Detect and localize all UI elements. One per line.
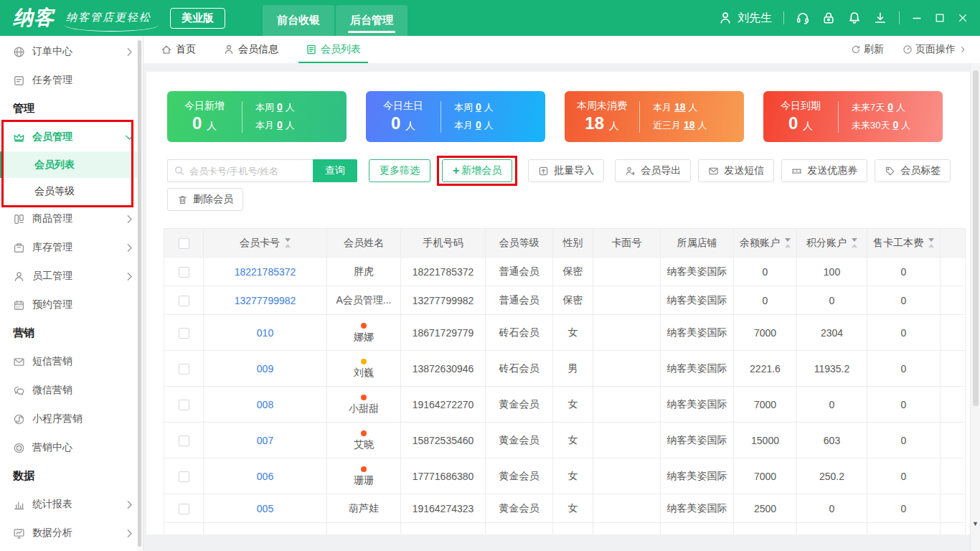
divider: [899, 11, 900, 24]
bell-icon[interactable]: [847, 11, 862, 25]
user-menu[interactable]: 刘先生: [718, 11, 772, 26]
sidebar-item-商品管理[interactable]: 商品管理: [0, 204, 143, 233]
stat-card-value: 0 人: [366, 113, 440, 133]
sidebar-item-微信营销[interactable]: 微信营销: [0, 376, 143, 405]
sort-control[interactable]: [785, 238, 791, 248]
sidebar-item-短信营销[interactable]: 短信营销: [0, 347, 143, 376]
batch-import-button[interactable]: 批量导入: [528, 159, 604, 182]
member-export-button[interactable]: 会员导出: [615, 159, 691, 182]
member-card-link[interactable]: 007: [257, 435, 273, 446]
search-input[interactable]: [189, 166, 307, 176]
table-cell: [593, 286, 661, 315]
close-icon[interactable]: [957, 12, 969, 24]
delete-member-button[interactable]: 删除会员: [167, 188, 243, 211]
member-card-link[interactable]: 010: [257, 327, 273, 339]
scroll-down-arrow[interactable]: ▼: [971, 521, 980, 527]
table-cell: 0: [867, 523, 941, 535]
sidebar-item-会员管理[interactable]: 会员管理: [0, 123, 143, 151]
chevron-down-icon: [123, 131, 136, 143]
send-coupon-button[interactable]: ¥ 发送优惠券: [781, 159, 867, 182]
headset-icon[interactable]: [796, 11, 810, 25]
row-checkbox[interactable]: [179, 471, 189, 482]
edition-badge: 美业版: [170, 8, 225, 29]
table-cell: 7000: [734, 458, 797, 494]
sidebar-menu: 订单中心任务管理管理会员管理会员列表会员等级商品管理库存管理员工管理预约管理营销…: [0, 36, 143, 547]
status-dot: [361, 323, 367, 329]
stat-card-subrow: 未来30天0人: [852, 119, 943, 132]
table-cell: 0: [867, 315, 941, 351]
select-all-checkbox[interactable]: [179, 238, 189, 249]
sidebar-item-label: 小程序营销: [32, 413, 83, 425]
sort-control[interactable]: [928, 238, 934, 248]
tab-home[interactable]: 首页: [161, 36, 196, 63]
row-checkbox[interactable]: [179, 328, 189, 339]
table-row: 007艾晓15872535460黄金会员女纳客美姿国际150006030: [164, 423, 966, 458]
sidebar-item-营销中心[interactable]: 营销中心: [0, 433, 143, 462]
checkbox-cell: [164, 387, 204, 423]
lock-icon[interactable]: [821, 11, 836, 25]
member-card-link[interactable]: 006: [257, 471, 273, 482]
member-table: 会员卡号会员姓名手机号码会员等级性别卡面号所属店铺余额账户积分账户售卡工本费18…: [164, 228, 965, 534]
send-sms-button[interactable]: 发送短信: [698, 159, 774, 182]
sidebar-item-库存管理[interactable]: 库存管理: [0, 233, 143, 262]
sidebar-scrollbar[interactable]: [137, 36, 143, 551]
page-actions-button[interactable]: 页面操作: [903, 43, 967, 56]
member-name-cell: 刘巍: [327, 351, 401, 387]
member-tag-button[interactable]: 会员标签: [875, 159, 951, 182]
sort-control[interactable]: [852, 238, 857, 248]
add-member-label: 新增会员: [461, 164, 501, 177]
more-filter-button[interactable]: 更多筛选: [369, 159, 430, 182]
coupon-icon: ¥: [791, 166, 802, 176]
member-card-link[interactable]: 18221785372: [235, 266, 296, 278]
member-card-link[interactable]: 005: [257, 503, 273, 514]
search-box: 查询: [167, 159, 357, 182]
table-cell: 男: [553, 351, 593, 387]
column-header-label: 积分账户: [806, 237, 847, 248]
row-checkbox[interactable]: [179, 400, 189, 410]
logo-text: 纳客: [13, 6, 55, 29]
table-cell: 女: [553, 494, 593, 523]
member-card-link[interactable]: 008: [257, 399, 273, 410]
sidebar-item-小程序营销[interactable]: 小程序营销: [0, 405, 143, 433]
app-header: 纳客 纳客管店更轻松 美业版 前台收银 后台管理 刘先生: [0, 0, 980, 36]
member-card-link[interactable]: 13277799982: [235, 295, 296, 306]
main-scrollbar[interactable]: ▼: [970, 63, 980, 551]
add-member-button[interactable]: + 新增会员: [442, 159, 512, 182]
main-scrollbar-thumb[interactable]: [973, 70, 979, 406]
column-header-手机号码: 手机号码: [401, 229, 486, 258]
table-cell: 100: [797, 258, 867, 286]
row-checkbox[interactable]: [179, 504, 189, 514]
sidebar-item-统计报表[interactable]: 统计报表: [0, 490, 143, 519]
row-checkbox[interactable]: [179, 435, 189, 446]
row-checkbox[interactable]: [179, 364, 189, 375]
search-button[interactable]: 查询: [313, 159, 357, 182]
table-cell: 18671729779: [401, 315, 486, 351]
sidebar-subitem-会员等级[interactable]: 会员等级: [0, 178, 143, 204]
nav-tab-backend[interactable]: 后台管理: [336, 5, 407, 36]
minimize-icon[interactable]: [911, 12, 923, 24]
sidebar-item-员工管理[interactable]: 员工管理: [0, 262, 143, 291]
nav-tab-front-cashier[interactable]: 前台收银: [263, 5, 334, 36]
member-card-cell: 005: [204, 494, 327, 523]
member-name-cell: 艾晓: [327, 423, 401, 458]
row-checkbox[interactable]: [179, 296, 189, 306]
tab-member-info[interactable]: 会员信息: [223, 36, 278, 63]
sidebar-scrollbar-thumb[interactable]: [138, 40, 141, 547]
refresh-button[interactable]: 刷新: [851, 43, 884, 56]
member-card-cell: 009: [204, 351, 327, 387]
stat-card-subrow: 本周0人: [255, 101, 347, 114]
tab-member-list[interactable]: 会员列表: [306, 36, 361, 63]
sidebar-item-任务管理[interactable]: 任务管理: [0, 66, 143, 95]
sort-control[interactable]: [285, 238, 291, 248]
download-icon[interactable]: [873, 11, 887, 25]
maximize-icon[interactable]: [934, 12, 946, 24]
sidebar-item-订单中心[interactable]: 订单中心: [0, 37, 143, 66]
sidebar-item-数据分析[interactable]: 数据分析: [0, 519, 143, 547]
row-checkbox[interactable]: [179, 267, 189, 278]
table-cell: 7000: [734, 523, 797, 535]
divider: [783, 11, 784, 24]
member-card-link[interactable]: 009: [257, 363, 273, 375]
sidebar-item-预约管理[interactable]: 预约管理: [0, 291, 143, 319]
sidebar-subitem-label: 会员等级: [34, 185, 75, 198]
sidebar-subitem-会员列表[interactable]: 会员列表: [0, 151, 143, 178]
